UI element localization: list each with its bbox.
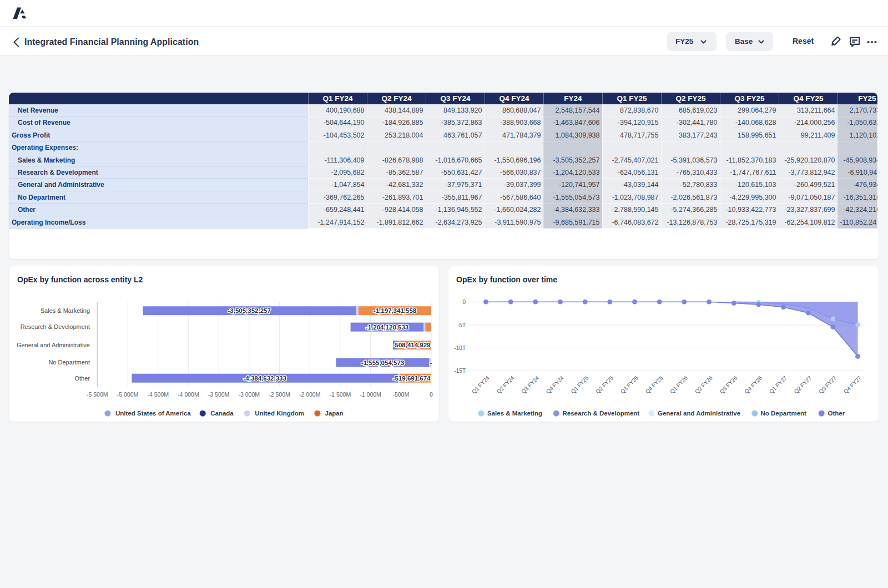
svg-text:Q1 FY25: Q1 FY25 bbox=[570, 374, 590, 394]
svg-text:Q2 FY27: Q2 FY27 bbox=[793, 374, 813, 394]
svg-text:Q3 FY25: Q3 FY25 bbox=[619, 374, 639, 394]
svg-text:Q2 FY25: Q2 FY25 bbox=[594, 374, 614, 394]
svg-text:Sales & Marketing: Sales & Marketing bbox=[41, 307, 90, 314]
svg-text:-10T: -10T bbox=[454, 345, 466, 351]
svg-text:-15T: -15T bbox=[454, 368, 466, 374]
svg-text:-1 000M: -1 000M bbox=[360, 391, 381, 398]
svg-text:Q1 FY27: Q1 FY27 bbox=[768, 374, 788, 394]
svg-text:0: 0 bbox=[430, 391, 433, 398]
svg-text:Q2 FY24: Q2 FY24 bbox=[496, 374, 516, 394]
svg-text:-5T: -5T bbox=[457, 322, 466, 328]
svg-text:General and Administrative: General and Administrative bbox=[658, 410, 740, 417]
svg-text:Japan: Japan bbox=[325, 410, 344, 417]
svg-text:Sales & Marketing: Sales & Marketing bbox=[487, 410, 542, 417]
svg-text:-4 500M: -4 500M bbox=[147, 391, 169, 398]
svg-text:Research & Development: Research & Development bbox=[21, 323, 90, 330]
svg-text:-5 500M: -5 500M bbox=[87, 391, 108, 398]
svg-text:Q3 FY26: Q3 FY26 bbox=[719, 374, 739, 394]
svg-text:Other: Other bbox=[828, 410, 845, 417]
svg-text:Q4 FY25: Q4 FY25 bbox=[644, 374, 664, 394]
svg-text:Canada: Canada bbox=[210, 410, 234, 417]
svg-text:-3,505,352,257: -3,505,352,257 bbox=[228, 307, 271, 314]
svg-text:-2 000M: -2 000M bbox=[299, 391, 321, 398]
svg-text:Q1 FY26: Q1 FY26 bbox=[669, 374, 689, 394]
svg-text:Other: Other bbox=[74, 375, 90, 382]
svg-text:-519,691,674: -519,691,674 bbox=[393, 375, 431, 382]
svg-text:0: 0 bbox=[462, 299, 466, 305]
svg-text:-3 500M: -3 500M bbox=[208, 391, 230, 398]
svg-text:-: - bbox=[430, 359, 432, 366]
svg-text:-1,197,341,558: -1,197,341,558 bbox=[374, 307, 417, 314]
svg-text:Q3 FY27: Q3 FY27 bbox=[818, 374, 837, 394]
svg-text:-1,204,120,533: -1,204,120,533 bbox=[366, 324, 408, 331]
svg-text:-1,555,054,573: -1,555,054,573 bbox=[361, 359, 404, 366]
svg-text:Q4 FY24: Q4 FY24 bbox=[545, 374, 565, 394]
svg-text:No Department: No Department bbox=[761, 410, 807, 417]
svg-text:-2 500M: -2 500M bbox=[269, 391, 290, 398]
svg-text:-508,414,929: -508,414,929 bbox=[393, 342, 431, 348]
svg-text:Q1 FY24: Q1 FY24 bbox=[471, 374, 491, 394]
svg-text:No Department: No Department bbox=[48, 359, 90, 366]
svg-text:Q4 FY27: Q4 FY27 bbox=[842, 374, 862, 394]
svg-text:-3 000M: -3 000M bbox=[239, 391, 260, 398]
svg-text:-1 500M: -1 500M bbox=[330, 391, 351, 398]
svg-text:-4 000M: -4 000M bbox=[178, 391, 199, 398]
svg-text:United States of America: United States of America bbox=[115, 410, 191, 417]
svg-text:Q2 FY26: Q2 FY26 bbox=[694, 374, 714, 394]
svg-text:Q4 FY26: Q4 FY26 bbox=[743, 374, 763, 394]
svg-text:General and Administrative: General and Administrative bbox=[17, 342, 90, 348]
svg-text:Q3 FY24: Q3 FY24 bbox=[520, 374, 540, 394]
svg-text:-5 000M: -5 000M bbox=[117, 391, 139, 398]
svg-text:OpEx by function across entity: OpEx by function across entity L2 bbox=[17, 275, 143, 284]
svg-text:-500M: -500M bbox=[392, 391, 409, 398]
svg-text:OpEx by function over time: OpEx by function over time bbox=[456, 275, 557, 284]
svg-text:United Kingdom: United Kingdom bbox=[255, 410, 304, 417]
svg-text:Research & Development: Research & Development bbox=[563, 410, 640, 417]
svg-text:-4,384,632,333: -4,384,632,333 bbox=[244, 375, 286, 382]
